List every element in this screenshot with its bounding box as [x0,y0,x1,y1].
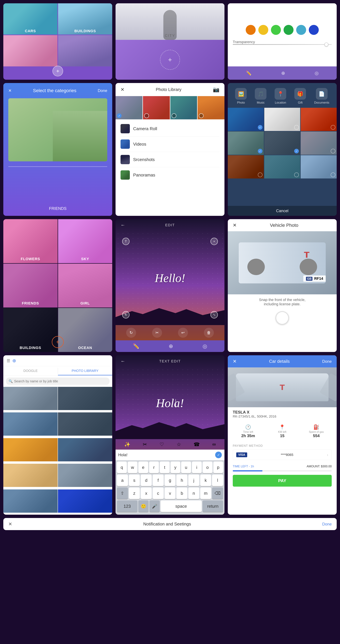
loc-photo-1[interactable]: ✓ [228,108,264,131]
scissor-tool[interactable]: ✂ [152,328,162,338]
key-c[interactable]: c [152,488,164,499]
text-handle-tr[interactable]: × [210,238,218,245]
loc-photo-6[interactable] [301,132,337,155]
ocean-cell[interactable]: OCEAN [58,308,112,352]
key-l[interactable]: l [212,474,223,486]
strip-item-3[interactable] [170,96,197,119]
location-icon-item[interactable]: 📍 Location [274,88,286,104]
pay-button[interactable]: PAY [233,475,332,486]
settings-icon2[interactable]: ◎ [202,343,207,349]
search-photo-1[interactable] [3,387,58,410]
emoji-scissors[interactable]: ✂ [143,442,147,447]
close-vehicle-icon[interactable]: ✕ [233,222,236,228]
key-s[interactable]: s [129,474,140,486]
key-i[interactable]: i [192,462,202,473]
done-button[interactable]: Done [98,88,107,93]
key-d[interactable]: d [140,474,152,486]
close-notification-icon[interactable]: ✕ [8,521,12,527]
music-icon-item[interactable]: 🎵 Music [255,88,266,104]
key-a[interactable]: a [117,474,128,486]
key-j[interactable]: j [188,474,200,486]
loc-photo-9[interactable] [301,155,337,178]
key-k[interactable]: k [200,474,211,486]
search-photo-9[interactable] [3,490,58,513]
pencil-icon[interactable]: ✏️ [246,70,252,76]
color-blue[interactable] [309,25,319,35]
cancel-button[interactable]: Cancel [228,206,337,216]
notification-done-button[interactable]: Done [322,522,332,526]
videos-item[interactable]: Videos [116,136,224,152]
key-emoji[interactable]: 🙂 [138,500,148,512]
key-e[interactable]: e [138,462,148,473]
settings-icon[interactable]: ◎ [314,70,318,76]
transparency-slider[interactable] [233,44,332,45]
flowers-cell[interactable] [3,35,58,66]
key-w[interactable]: w [128,462,138,473]
delete-tool[interactable]: 🗑 [204,328,214,338]
loc-photo-3[interactable] [301,108,337,131]
check-2[interactable] [144,114,149,118]
key-return[interactable]: return [202,500,223,512]
close-icon[interactable]: ✕ [120,87,124,92]
strip-item-4[interactable] [198,96,224,119]
rotate-tool[interactable]: ↻ [126,328,136,338]
back-button[interactable]: ← [120,222,125,228]
key-v[interactable]: v [164,488,176,499]
emoji-phone[interactable]: ☎ [194,442,200,447]
buildings-cell2[interactable]: BUILDINGS [3,308,58,352]
key-u[interactable]: u [181,462,191,473]
emoji-heart[interactable]: ♡ [160,442,164,447]
documents-icon-item[interactable]: 📄 Documents [314,88,329,104]
key-b[interactable]: b [176,488,188,499]
add-circle[interactable]: + [160,50,180,70]
add-button-color-grid[interactable]: + [52,336,64,348]
emoji-infinity[interactable]: ∞ [212,442,216,447]
key-123[interactable]: 123 [117,500,138,512]
text-input-field[interactable] [118,452,213,457]
key-shift[interactable]: ⇧ [117,488,128,499]
key-mic[interactable]: 🎤 [150,500,160,512]
payment-row[interactable]: VISA ****8065 › [233,450,332,460]
brush-icon[interactable]: ✏️ [133,343,140,349]
key-h[interactable]: h [176,474,188,486]
key-y[interactable]: y [170,462,180,473]
key-r[interactable]: r [149,462,159,473]
color-green[interactable] [284,25,294,35]
key-f[interactable]: f [152,474,164,486]
loc-photo-8[interactable] [264,155,300,178]
panoramas-item[interactable]: Panoramas [116,167,224,182]
key-g[interactable]: g [164,474,176,486]
strip-item-2[interactable] [143,96,170,119]
search-photo-7[interactable] [3,464,58,487]
effects-icon2[interactable]: ⊕ [169,343,173,349]
add-button[interactable]: + [52,66,63,76]
camera-icon[interactable]: 📷 [213,86,220,93]
loc-photo-5[interactable]: ✓ [264,132,300,155]
text-handle-tl[interactable]: T [122,238,130,245]
key-p[interactable]: p [213,462,223,473]
sky-cell[interactable]: SKY [58,219,112,263]
key-t[interactable]: t [160,462,170,473]
flowers-cell[interactable]: FLOWERS [3,219,58,263]
color-orange[interactable] [246,25,256,35]
key-backspace[interactable]: ⌫ [212,488,223,499]
key-z[interactable]: z [129,488,140,499]
color-lime[interactable] [271,25,281,35]
gift-icon-item[interactable]: 🎁 Gift [294,88,306,104]
color-lightblue[interactable] [296,25,306,35]
friends-cell[interactable]: FRIENDS [3,264,58,308]
check-4[interactable] [199,114,204,118]
search-input[interactable] [14,379,107,383]
undo-tool[interactable]: ↩ [178,328,188,338]
key-m[interactable]: m [200,488,211,499]
close-car-details-icon[interactable]: ✕ [233,358,236,364]
search-photo-4[interactable] [58,412,112,436]
strip-item-1[interactable]: ✓ [116,96,142,119]
loc-photo-7[interactable] [228,155,264,178]
car-details-done-button[interactable]: Done [322,359,332,364]
color-yellow[interactable] [258,25,268,35]
key-q[interactable]: q [117,462,127,473]
emoji-sparkle[interactable]: ✨ [124,442,130,447]
key-n[interactable]: n [188,488,200,499]
loc-photo-4[interactable]: ✓ [228,132,264,155]
